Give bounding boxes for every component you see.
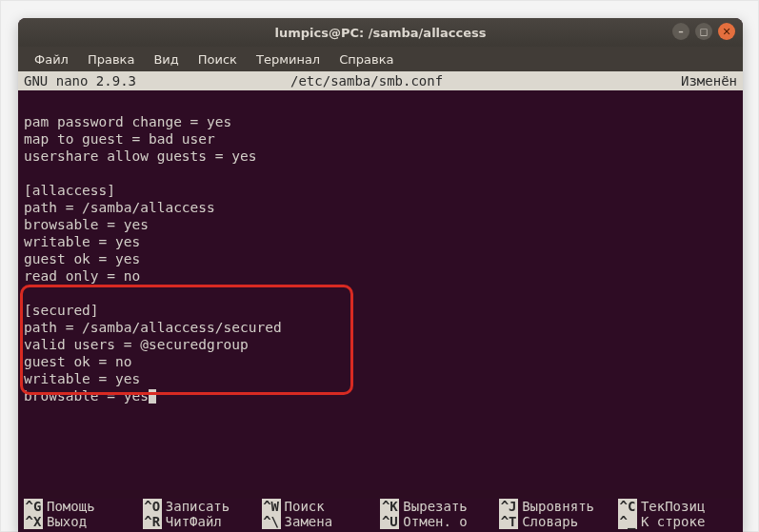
close-button[interactable]: ✕ bbox=[718, 23, 735, 40]
key-icon: ^_ bbox=[618, 514, 637, 529]
shortcut-whereis: ^WПоиск bbox=[262, 499, 381, 514]
shortcut-writeout: ^OЗаписать bbox=[143, 499, 262, 514]
nano-filename: /etc/samba/smb.conf bbox=[290, 73, 651, 89]
menu-file[interactable]: Файл bbox=[26, 49, 77, 69]
shortcut-readfile: ^RЧитФайл bbox=[143, 514, 262, 529]
menubar: Файл Правка Вид Поиск Терминал Справка bbox=[18, 47, 743, 71]
key-icon: ^K bbox=[380, 499, 399, 514]
menu-edit[interactable]: Правка bbox=[79, 49, 143, 69]
menu-search[interactable]: Поиск bbox=[190, 49, 246, 69]
key-icon: ^O bbox=[143, 499, 162, 514]
config-text: pam password change = yes map to guest =… bbox=[24, 113, 737, 404]
menu-view[interactable]: Вид bbox=[145, 49, 187, 69]
key-icon: ^R bbox=[143, 514, 162, 529]
editor-area[interactable]: pam password change = yes map to guest =… bbox=[18, 90, 743, 490]
titlebar: lumpics@PC: /samba/allaccess – ◻ ✕ bbox=[18, 18, 743, 47]
nano-shortcuts: ^GПомощь ^OЗаписать ^WПоиск ^KВырезать ^… bbox=[18, 499, 743, 532]
nano-app-version: GNU nano 2.9.3 bbox=[24, 73, 290, 89]
key-icon: ^T bbox=[499, 514, 518, 529]
key-icon: ^U bbox=[380, 514, 399, 529]
shortcut-help: ^GПомощь bbox=[24, 499, 143, 514]
shortcut-exit: ^XВыход bbox=[24, 514, 143, 529]
menu-help[interactable]: Справка bbox=[330, 49, 402, 69]
shortcut-spell: ^TСловарь bbox=[499, 514, 618, 529]
key-icon: ^J bbox=[499, 499, 518, 514]
shortcut-curpos: ^CТекПозиц bbox=[618, 499, 737, 514]
minimize-button[interactable]: – bbox=[672, 23, 689, 40]
shortcut-justify: ^JВыровнять bbox=[499, 499, 618, 514]
nano-statusbar: GNU nano 2.9.3 /etc/samba/smb.conf Измен… bbox=[18, 71, 743, 90]
key-icon: ^G bbox=[24, 499, 43, 514]
maximize-button[interactable]: ◻ bbox=[695, 23, 712, 40]
terminal-window: lumpics@PC: /samba/allaccess – ◻ ✕ Файл … bbox=[18, 18, 743, 532]
shortcuts-row-1: ^GПомощь ^OЗаписать ^WПоиск ^KВырезать ^… bbox=[24, 499, 737, 514]
window-controls: – ◻ ✕ bbox=[672, 23, 735, 40]
nano-modified-status: Изменён bbox=[651, 73, 737, 89]
shortcut-uncut: ^UОтмен. о bbox=[380, 514, 499, 529]
shortcut-replace: ^\Замена bbox=[262, 514, 381, 529]
text-cursor bbox=[149, 389, 156, 404]
shortcut-cut: ^KВырезать bbox=[380, 499, 499, 514]
key-icon: ^W bbox=[262, 499, 281, 514]
key-icon: ^X bbox=[24, 514, 43, 529]
window-title: lumpics@PC: /samba/allaccess bbox=[274, 26, 486, 40]
key-icon: ^C bbox=[618, 499, 637, 514]
shortcuts-row-2: ^XВыход ^RЧитФайл ^\Замена ^UОтмен. о ^T… bbox=[24, 514, 737, 529]
key-icon: ^\ bbox=[262, 514, 281, 529]
menu-terminal[interactable]: Терминал bbox=[248, 49, 329, 69]
shortcut-gotoline: ^_К строке bbox=[618, 514, 737, 529]
